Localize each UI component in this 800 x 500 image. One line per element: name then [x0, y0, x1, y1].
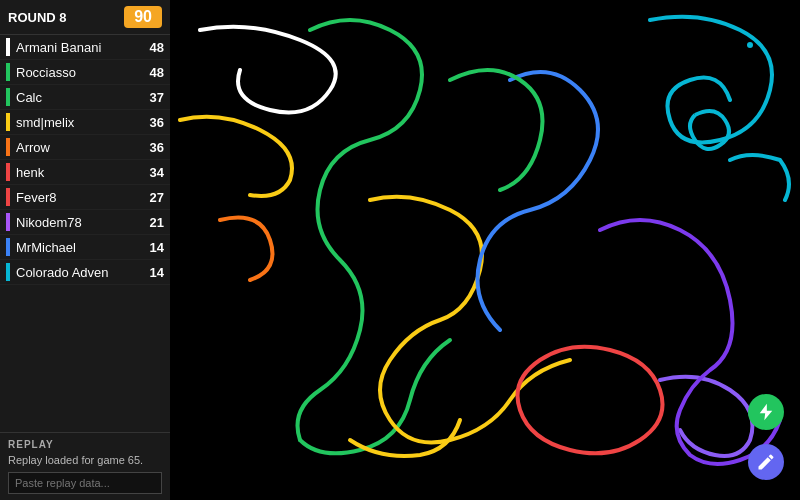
player-score: 48 — [150, 65, 164, 80]
player-name: MrMichael — [16, 240, 146, 255]
player-name: Fever8 — [16, 190, 146, 205]
player-name: Arrow — [16, 140, 146, 155]
lightning-button[interactable] — [748, 394, 784, 430]
game-canvas — [170, 0, 800, 500]
player-color-bar — [6, 113, 10, 131]
score-row: Colorado Adven14 — [0, 260, 170, 285]
pencil-icon — [756, 452, 776, 472]
replay-title: REPLAY — [8, 439, 162, 450]
replay-section: REPLAY Replay loaded for game 65. — [0, 432, 170, 500]
score-row: Armani Banani48 — [0, 35, 170, 60]
score-row: smd|melix36 — [0, 110, 170, 135]
player-score: 27 — [150, 190, 164, 205]
score-row: Fever827 — [0, 185, 170, 210]
replay-input[interactable] — [8, 472, 162, 494]
player-score: 14 — [150, 265, 164, 280]
replay-status: Replay loaded for game 65. — [8, 454, 162, 466]
sidebar: ROUND 8 90 Armani Banani48Rocciasso48Cal… — [0, 0, 170, 500]
player-score: 34 — [150, 165, 164, 180]
lightning-icon — [756, 402, 776, 422]
player-color-bar — [6, 213, 10, 231]
round-badge: 90 — [124, 6, 162, 28]
game-area — [170, 0, 800, 500]
score-row: MrMichael14 — [0, 235, 170, 260]
player-name: Colorado Adven — [16, 265, 146, 280]
player-name: Armani Banani — [16, 40, 146, 55]
player-color-bar — [6, 38, 10, 56]
player-color-bar — [6, 188, 10, 206]
scores-list: Armani Banani48Rocciasso48Calc37smd|meli… — [0, 35, 170, 432]
score-row: henk34 — [0, 160, 170, 185]
player-color-bar — [6, 238, 10, 256]
score-row: Calc37 — [0, 85, 170, 110]
player-color-bar — [6, 138, 10, 156]
player-name: Nikodem78 — [16, 215, 146, 230]
pencil-button[interactable] — [748, 444, 784, 480]
score-row: Nikodem7821 — [0, 210, 170, 235]
player-color-bar — [6, 163, 10, 181]
player-score: 36 — [150, 140, 164, 155]
score-row: Arrow36 — [0, 135, 170, 160]
player-score: 36 — [150, 115, 164, 130]
player-color-bar — [6, 263, 10, 281]
svg-point-0 — [747, 42, 753, 48]
player-name: Rocciasso — [16, 65, 146, 80]
player-name: smd|melix — [16, 115, 146, 130]
header-bar: ROUND 8 90 — [0, 0, 170, 35]
player-score: 37 — [150, 90, 164, 105]
score-row: Rocciasso48 — [0, 60, 170, 85]
player-color-bar — [6, 63, 10, 81]
player-name: Calc — [16, 90, 146, 105]
player-score: 14 — [150, 240, 164, 255]
player-name: henk — [16, 165, 146, 180]
player-color-bar — [6, 88, 10, 106]
player-score: 21 — [150, 215, 164, 230]
round-label: ROUND 8 — [8, 10, 124, 25]
player-score: 48 — [150, 40, 164, 55]
